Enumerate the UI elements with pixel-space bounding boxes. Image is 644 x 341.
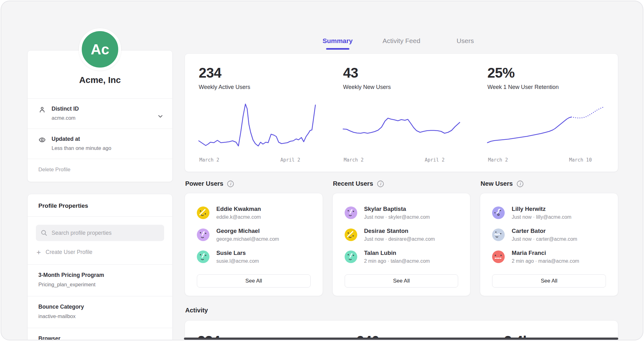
property-name: 3-Month Pricing Program: [38, 272, 162, 278]
search-icon: [41, 229, 47, 236]
line-chart: [199, 103, 315, 150]
x-axis-label-left: March 2: [344, 157, 364, 163]
stat-column: 25% Week 1 New User Retention March 2 Ma…: [474, 54, 618, 172]
eye-icon: [38, 136, 46, 144]
user-name: George Michael: [216, 228, 279, 234]
user-name: Talan Lubin: [364, 250, 430, 256]
profile-properties-card: Profile Properties + Create User Profile…: [27, 194, 173, 340]
window-bottom-bar: [184, 338, 618, 340]
user-meta: 2 min ago · talan@acme.com: [364, 258, 430, 264]
user-avatar: [492, 206, 505, 219]
profile-field-row: Updated at Less than one minute ago: [28, 129, 172, 159]
profile-properties-search-wrap: [28, 216, 172, 241]
line-chart: [343, 103, 460, 150]
svg-text:i: i: [230, 181, 231, 186]
activity-section: Activity 2349403.4k: [185, 307, 618, 340]
user-name: Maria Franci: [512, 250, 579, 256]
profile-sidebar: Ac Acme, Inc Distinct ID acme.com Update…: [27, 28, 173, 340]
profile-field-row: Distinct ID acme.com: [28, 98, 172, 129]
stat-value: 43: [343, 65, 460, 81]
search-input[interactable]: [51, 229, 159, 237]
tab-summary[interactable]: Summary: [306, 35, 369, 50]
x-axis-label-left: March 2: [199, 157, 219, 163]
user-row[interactable]: Talan Lubin 2 min ago · talan@acme.com: [345, 246, 458, 268]
user-row[interactable]: Skylar Baptista Just now · skyler@acme.c…: [345, 202, 458, 224]
user-row[interactable]: Susie Lars susie.l@acme.com: [197, 246, 311, 268]
profile-field-label: Updated at: [52, 136, 164, 142]
create-user-profile-label: Create User Profile: [46, 249, 92, 256]
tab-users[interactable]: Users: [433, 35, 497, 50]
profile-property-item: Bounce Category inactive-mailbox: [28, 296, 172, 328]
company-avatar-initials: Ac: [91, 41, 109, 58]
stat-value: 25%: [487, 65, 604, 81]
active-tab-underline: [326, 48, 349, 50]
chart-series-weekly_active_users: [199, 104, 315, 146]
user-sections: Power Users i Eddie Kwakman eddie.k@acme…: [185, 180, 618, 296]
user-name: Lilly Herwitz: [512, 206, 571, 212]
user-meta: susie.l@acme.com: [216, 258, 259, 264]
chart-series-retention_projected: [571, 107, 603, 118]
chart-x-axis: March 2 April 2: [343, 155, 460, 163]
profile-property-item: 3-Month Pricing Program Pricing_plan_exp…: [28, 264, 172, 296]
company-avatar: Ac: [79, 28, 121, 70]
user-row[interactable]: Desirae Stanton Just now · desirare@acme…: [345, 224, 458, 246]
stat-label: Weekly New Users: [343, 84, 460, 91]
user-name: Eddie Kwakman: [216, 206, 261, 212]
main-content: Summary Activity Feed Users 234 Weekly A…: [185, 35, 618, 340]
info-icon[interactable]: i: [377, 180, 384, 187]
chevron-down-icon[interactable]: [157, 113, 164, 120]
info-icon[interactable]: i: [227, 180, 234, 187]
user-list-card: Skylar Baptista Just now · skyler@acme.c…: [332, 193, 471, 296]
info-icon[interactable]: i: [517, 180, 524, 187]
user-section-recent-users: Recent Users i Skylar Baptista Just now …: [332, 180, 471, 296]
x-axis-label-left: March 2: [488, 157, 508, 163]
stat-column: 43 Weekly New Users March 2 April 2: [329, 54, 474, 172]
user-section-title: Power Users: [185, 180, 223, 187]
user-avatar: [492, 228, 505, 241]
user-section-power-users: Power Users i Eddie Kwakman eddie.k@acme…: [185, 180, 323, 296]
svg-text:i: i: [519, 181, 521, 186]
user-avatar: [345, 250, 357, 263]
create-user-profile-button[interactable]: + Create User Profile: [28, 241, 172, 264]
see-all-button[interactable]: See All: [345, 274, 458, 288]
user-row[interactable]: Carter Bator Just now · carter@acme.com: [492, 224, 606, 246]
profile-field-value: Less than one minute ago: [52, 145, 164, 151]
see-all-button[interactable]: See All: [197, 274, 311, 288]
user-meta: Just now · desirare@acme.com: [364, 236, 435, 242]
user-row[interactable]: George Michael george.michael@acme.com: [197, 224, 311, 246]
user-row[interactable]: Eddie Kwakman eddie.k@acme.com: [197, 202, 311, 224]
stat-value: 234: [199, 65, 315, 81]
user-avatar: [197, 228, 209, 241]
user-meta: eddie.k@acme.com: [216, 214, 261, 220]
user-avatar: [197, 250, 209, 263]
user-list-card: Lilly Herwitz Just now · lilly@acme.com …: [480, 193, 618, 296]
user-name: Susie Lars: [216, 250, 259, 256]
property-name: Browser: [38, 335, 162, 340]
tab-activity-feed[interactable]: Activity Feed: [369, 35, 433, 50]
user-meta: Just now · skyler@acme.com: [364, 214, 430, 220]
chart-x-axis: March 2 April 2: [199, 155, 315, 163]
property-value: Pricing_plan_experiment: [38, 282, 162, 288]
user-row[interactable]: Maria Franci 2 min ago · maria@acme.com: [492, 246, 606, 268]
tab-bar: Summary Activity Feed Users: [185, 35, 618, 50]
property-name: Bounce Category: [38, 304, 162, 310]
plus-icon: +: [36, 250, 41, 255]
line-chart: [487, 103, 604, 150]
user-row[interactable]: Lilly Herwitz Just now · lilly@acme.com: [492, 202, 606, 224]
user-meta: george.michael@acme.com: [216, 236, 279, 242]
user-section-title: Recent Users: [333, 180, 373, 187]
search-box[interactable]: [36, 225, 164, 241]
profile-properties-title: Profile Properties: [28, 194, 172, 216]
stat-label: Week 1 New User Retention: [487, 84, 604, 91]
user-avatar: [345, 228, 357, 241]
user-name: Carter Bator: [512, 228, 577, 234]
delete-profile-button[interactable]: Delete Profile: [28, 159, 172, 182]
chart-x-axis: March 2 March 10: [487, 155, 604, 163]
stat-label: Weekly Active Users: [199, 84, 315, 91]
property-value: inactive-mailbox: [38, 313, 162, 319]
user-meta: Just now · carter@acme.com: [512, 236, 577, 242]
user-meta: Just now · lilly@acme.com: [512, 214, 571, 220]
see-all-button[interactable]: See All: [492, 274, 606, 288]
chart-series-retention_actual: [487, 117, 571, 143]
user-section-title: New Users: [480, 180, 513, 187]
